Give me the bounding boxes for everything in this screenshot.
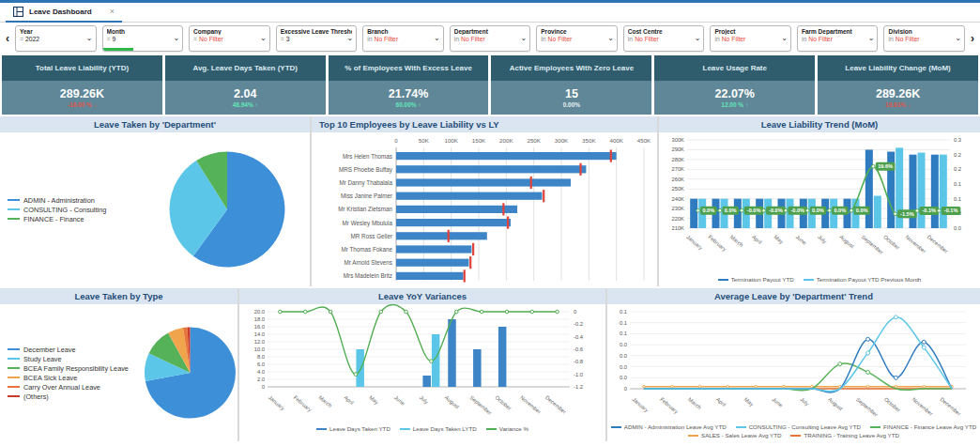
svg-text:July: July: [419, 394, 430, 405]
svg-text:July: July: [799, 396, 810, 407]
kpi-card-leave-liability-change-mom: Leave Liability Change (MoM)289.26K19.61…: [818, 55, 978, 115]
svg-text:350K: 350K: [582, 137, 596, 144]
filter-operator: in: [541, 36, 545, 42]
chevron-down-icon[interactable]: ⌄: [346, 34, 353, 42]
legend-swatch: [316, 428, 327, 430]
legend-item[interactable]: Termination Payout YTD MoM Variance (%): [757, 285, 881, 286]
legend-item[interactable]: ADMIN - Administration Leave Avg YTD: [611, 423, 727, 430]
legend-item[interactable]: December Leave: [8, 346, 143, 354]
legend-swatch: [870, 426, 880, 428]
kpi-delta: 0.00%: [563, 101, 580, 108]
filter-branch[interactable]: BranchinNo Filter⌄: [362, 25, 444, 52]
filter-excessive-leave-threshold[interactable]: Excessive Leave Threshold...=3⌄: [276, 25, 358, 52]
filter-operator: =: [281, 36, 284, 42]
pie-chart-leave-by-type: December LeaveStudy LeaveBCEA Family Res…: [0, 304, 237, 441]
filter-department[interactable]: DepartmentinNo Filter⌄: [450, 25, 531, 52]
legend-item[interactable]: Carry Over Annual Leave: [8, 383, 143, 392]
svg-text:0.1: 0.1: [954, 196, 961, 202]
filter-operator: in: [714, 36, 719, 42]
filter-selected-value: No Filter: [461, 36, 485, 42]
svg-text:8.0: 8.0: [257, 354, 265, 360]
legend-label: December Leave: [23, 346, 76, 354]
chevron-down-icon[interactable]: ⌄: [173, 34, 179, 42]
chevron-down-icon[interactable]: ⌄: [695, 34, 701, 42]
legend-item[interactable]: Leave Days Taken LYTD: [400, 425, 477, 432]
legend-item[interactable]: FINANCE - Finance: [8, 215, 167, 223]
svg-text:Mr Danny Thabalala: Mr Danny Thabalala: [339, 179, 392, 187]
svg-text:280K: 280K: [671, 157, 684, 162]
legend-item[interactable]: FINANCE - Finance Leave Avg YTD: [870, 423, 976, 430]
legend-item[interactable]: TRAINING - Training Leave Avg YTD: [790, 432, 899, 438]
filters-scroll-left-icon[interactable]: ‹: [3, 32, 12, 45]
chevron-down-icon[interactable]: ⌄: [260, 34, 267, 42]
filter-year[interactable]: Year=2022⌄: [15, 25, 97, 52]
legend-label: FINANCE - Finance: [23, 215, 84, 223]
legend-item[interactable]: BCEA Sick Leave: [8, 374, 143, 382]
legend-item[interactable]: Termination Payout YTD Previous Month: [804, 276, 922, 283]
chevron-down-icon[interactable]: ⌄: [86, 34, 93, 42]
panel-title: Leave YoY Variances: [239, 288, 605, 304]
filter-selected-value: 2022: [25, 36, 39, 42]
legend-label: ADMIN - Administration Leave Avg YTD: [624, 423, 727, 430]
legend-item[interactable]: Leave Days Taken YTD: [316, 425, 390, 432]
legend-item[interactable]: Variance %: [486, 425, 528, 432]
tab-close-icon[interactable]: ×: [110, 7, 115, 16]
svg-text:March: March: [729, 234, 744, 248]
filter-value: inNo Filter: [454, 36, 527, 42]
svg-text:250K: 250K: [671, 186, 684, 192]
filters-scroll-right-icon[interactable]: ›: [968, 32, 977, 45]
kpi-card-of-employees-with-excess-leave: % of Employees With Excess Leave21.74%60…: [329, 55, 489, 115]
svg-text:August: August: [444, 394, 461, 409]
filter-division[interactable]: DivisioninNo Filter⌄: [883, 25, 965, 52]
svg-text:0: 0: [624, 386, 627, 392]
filter-operator: =: [107, 36, 111, 42]
chevron-down-icon[interactable]: ⌄: [781, 34, 788, 42]
tab-leave-dashboard[interactable]: Leave Dashboard ×: [6, 3, 122, 23]
legend-item[interactable]: ADMIN - Administration: [8, 196, 167, 205]
legend-item[interactable]: (Others): [8, 392, 143, 401]
svg-text:February: February: [293, 394, 314, 413]
filter-province[interactable]: ProvinceinNo Filter⌄: [536, 25, 618, 52]
chevron-down-icon[interactable]: ⌄: [521, 34, 528, 42]
filter-value: =2022: [20, 36, 92, 42]
legend-item[interactable]: CONSULTING - Consulting Leave Avg YTD: [736, 423, 861, 430]
legend-label: ADMIN - Administration: [23, 196, 95, 205]
svg-text:October: October: [883, 396, 902, 413]
legend-swatch: [8, 208, 20, 211]
svg-text:June: June: [393, 394, 406, 407]
svg-text:March: March: [317, 394, 332, 408]
legend-label: CONSULTING - Consulting Leave Avg YTD: [749, 423, 861, 430]
svg-text:0.0%: 0.0%: [702, 208, 714, 213]
legend-label: Termination Payout YTD: [731, 276, 794, 283]
filter-cost-centre[interactable]: Cost CentreinNo Filter⌄: [623, 25, 705, 52]
kpi-card-leave-usage-rate: Leave Usage Rate22.07%12.00 % ↑: [654, 55, 815, 115]
filter-value: inNo Filter: [367, 36, 439, 42]
kpi-value: 289.26K: [876, 88, 920, 100]
chevron-down-icon[interactable]: ⌄: [607, 34, 614, 42]
legend-swatch: [8, 386, 20, 389]
filter-selected-value: No Filter: [722, 36, 746, 42]
svg-text:April: April: [751, 234, 763, 245]
chevron-down-icon[interactable]: ⌄: [434, 34, 440, 42]
svg-text:Mrs Helen Thomas: Mrs Helen Thomas: [343, 153, 392, 160]
svg-text:300K: 300K: [671, 137, 684, 143]
svg-text:6.0: 6.0: [257, 361, 265, 367]
chevron-down-icon[interactable]: ⌄: [868, 34, 875, 42]
filter-farm-department[interactable]: Farm DepartmentinNo Filter⌄: [797, 25, 879, 52]
svg-text:July: July: [817, 234, 828, 244]
legend-item[interactable]: SALES - Sales Leave Avg YTD: [688, 432, 781, 438]
svg-text:300K: 300K: [555, 137, 569, 144]
legend-item[interactable]: CONSULTING - Consulting: [8, 206, 167, 214]
svg-text:0.0%: 0.0%: [834, 208, 846, 213]
legend-label: Leave Days Taken YTD: [329, 425, 390, 432]
legend-item[interactable]: Study Leave: [8, 355, 143, 363]
filter-project[interactable]: ProjectinNo Filter⌄: [710, 25, 791, 52]
filter-month[interactable]: Month=9⌄: [102, 25, 184, 52]
filter-company[interactable]: Company=No Filter⌄: [189, 25, 270, 52]
svg-text:0.0: 0.0: [620, 353, 627, 359]
chevron-down-icon[interactable]: ⌄: [955, 34, 961, 42]
legend-item[interactable]: Termination Payout YTD: [718, 276, 794, 283]
svg-text:Miss Janine Palmer: Miss Janine Palmer: [341, 192, 392, 199]
svg-text:400K: 400K: [609, 137, 623, 144]
legend-item[interactable]: BCEA Family Responsibility Leave: [8, 364, 143, 373]
